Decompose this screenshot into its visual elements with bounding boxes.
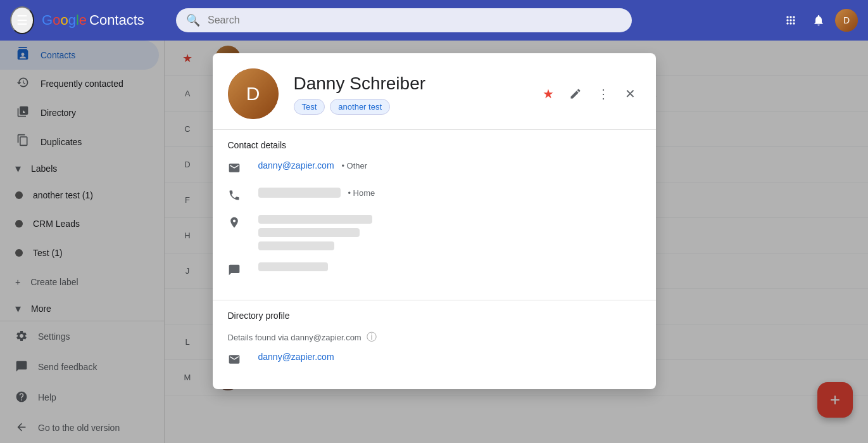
address-row: [228, 215, 641, 252]
header-actions: D: [779, 9, 858, 32]
directory-subtitle-text: Details found via danny@zapier.com: [228, 333, 362, 342]
directory-email-icon: [228, 353, 243, 369]
panel-tags: Test another test: [294, 99, 522, 115]
notification-icon[interactable]: [807, 9, 830, 32]
panel-header: D Danny Schreiber Test another test ★ ⋮ …: [213, 53, 656, 130]
app-name: Contacts: [89, 12, 144, 29]
tag-another-test[interactable]: another test: [330, 99, 390, 115]
contact-panel: D Danny Schreiber Test another test ★ ⋮ …: [213, 53, 656, 389]
search-container: 🔍: [176, 8, 632, 32]
panel-name-section: Danny Schreiber Test another test: [294, 74, 522, 115]
panel-contact-name: Danny Schreiber: [294, 74, 522, 94]
panel-actions: ★ ⋮ ✕: [538, 81, 641, 106]
phone-content: ██████████ • Home: [258, 188, 641, 198]
directory-email-row: danny@zapier.com: [228, 352, 641, 369]
panel-star-button[interactable]: ★: [538, 81, 559, 106]
panel-edit-button[interactable]: [564, 82, 587, 105]
overlay[interactable]: D Danny Schreiber Test another test ★ ⋮ …: [0, 41, 868, 443]
phone-row: ██████████ • Home: [228, 188, 641, 205]
contact-details-title: Contact details: [228, 140, 641, 150]
panel-avatar: D: [228, 68, 279, 119]
address-line2: [258, 228, 360, 237]
email-icon: [228, 162, 243, 177]
note-row: [228, 262, 641, 279]
email-link[interactable]: danny@zapier.com: [258, 160, 334, 170]
location-icon: [228, 216, 243, 232]
header: ☰ Google Contacts 🔍 D: [0, 0, 868, 41]
directory-subtitle: Details found via danny@zapier.com ⓘ: [228, 331, 641, 344]
email-row: danny@zapier.com • Other: [228, 160, 641, 177]
menu-icon[interactable]: ☰: [10, 6, 34, 34]
search-icon: 🔍: [186, 13, 200, 27]
app-logo: Google Contacts: [42, 12, 168, 29]
info-icon[interactable]: ⓘ: [367, 331, 377, 344]
phone-blurred: ██████████: [258, 188, 341, 198]
directory-profile-title: Directory profile: [228, 311, 641, 321]
search-bar: 🔍: [176, 8, 632, 32]
search-input[interactable]: [208, 15, 622, 26]
note-content: [258, 262, 641, 273]
panel-close-button[interactable]: ✕: [620, 81, 641, 106]
avatar[interactable]: D: [835, 9, 858, 32]
email-content: danny@zapier.com • Other: [258, 160, 641, 170]
google-logo: Google: [42, 12, 87, 29]
address-line3: [258, 241, 334, 250]
note-icon: [228, 264, 243, 279]
panel-more-button[interactable]: ⋮: [592, 81, 615, 106]
directory-email-content: danny@zapier.com: [258, 352, 641, 362]
contact-details-section: Contact details danny@zapier.com • Other…: [213, 130, 656, 300]
phone-icon: [228, 189, 243, 205]
address-content: [258, 215, 641, 252]
address-line1: [258, 215, 372, 224]
directory-section: Directory profile Details found via dann…: [213, 300, 656, 389]
note-blurred: [258, 262, 328, 271]
email-type: • Other: [341, 161, 367, 170]
apps-icon[interactable]: [779, 9, 802, 32]
phone-type: • Home: [348, 188, 375, 198]
tag-test[interactable]: Test: [294, 99, 325, 115]
directory-email-link[interactable]: danny@zapier.com: [258, 352, 334, 362]
